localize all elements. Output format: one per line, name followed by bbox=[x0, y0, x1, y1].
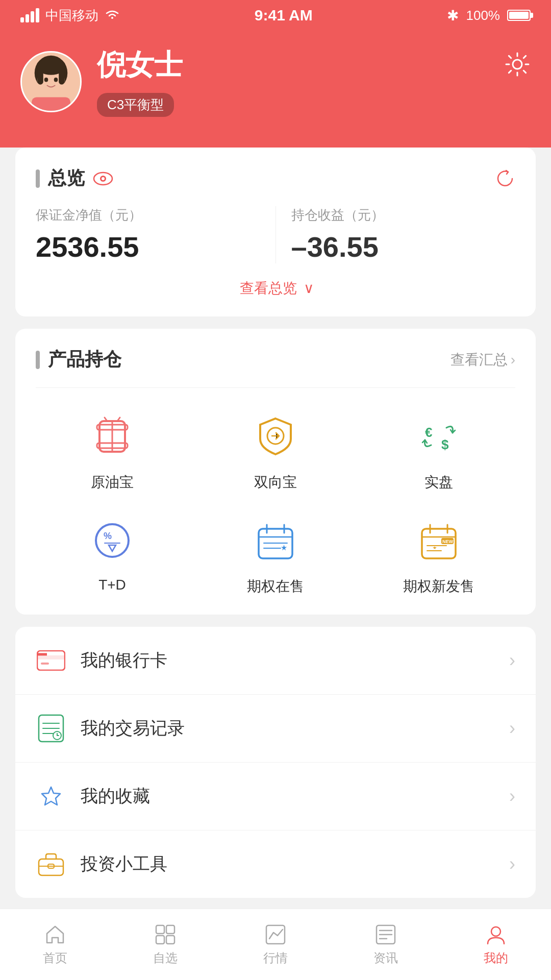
status-bar: 中国移动 9:41 AM ✱ 100% bbox=[0, 0, 551, 31]
signal-icon bbox=[20, 8, 39, 22]
battery-label: 100% bbox=[466, 8, 500, 23]
nav-market[interactable]: 行情 bbox=[220, 909, 331, 980]
options-sale-icon bbox=[247, 512, 304, 569]
overview-card: 总览 保证金净值（元） 2536.55 bbox=[15, 148, 536, 316]
svg-rect-4 bbox=[37, 67, 43, 84]
overview-header: 总览 bbox=[36, 166, 515, 191]
nav-mine-label: 我的 bbox=[484, 950, 508, 966]
battery-icon bbox=[507, 10, 531, 21]
refresh-button[interactable] bbox=[495, 168, 515, 189]
svg-point-6 bbox=[44, 77, 48, 82]
balance-label: 保证金净值（元） bbox=[36, 206, 260, 224]
section-indicator bbox=[36, 169, 40, 188]
product-options-new[interactable]: NEW 期权新发售 bbox=[362, 512, 515, 596]
svg-point-64 bbox=[491, 927, 500, 936]
favorites-item[interactable]: 我的收藏 › bbox=[15, 763, 536, 830]
user-level-badge: C3平衡型 bbox=[97, 93, 174, 117]
crude-oil-label: 原油宝 bbox=[91, 473, 134, 492]
svg-marker-32 bbox=[281, 545, 287, 550]
favorites-arrow: › bbox=[509, 786, 515, 807]
trade-records-label: 我的交易记录 bbox=[81, 717, 185, 740]
favorites-icon bbox=[36, 781, 66, 812]
user-info: 倪女士 C3平衡型 bbox=[20, 46, 183, 117]
nav-news[interactable]: 资讯 bbox=[331, 909, 441, 980]
status-time: 9:41 AM bbox=[255, 7, 313, 24]
live-market-label: 实盘 bbox=[424, 473, 453, 492]
status-right: ✱ 100% bbox=[447, 7, 531, 24]
svg-rect-55 bbox=[156, 925, 164, 934]
options-new-icon: NEW bbox=[411, 512, 467, 569]
product-live-market[interactable]: € $ 实盘 bbox=[362, 408, 515, 492]
favorites-label: 我的收藏 bbox=[81, 785, 150, 808]
overview-data: 保证金净值（元） 2536.55 持仓收益（元） –36.55 bbox=[36, 206, 515, 263]
section-indicator-2 bbox=[36, 351, 40, 369]
products-title-row: 产品持仓 bbox=[36, 347, 121, 372]
user-details: 倪女士 C3平衡型 bbox=[97, 46, 183, 117]
svg-point-9 bbox=[58, 84, 65, 90]
svg-rect-5 bbox=[59, 67, 64, 84]
svg-point-13 bbox=[102, 177, 105, 180]
visibility-toggle[interactable] bbox=[93, 172, 113, 186]
tools-left: 投资小工具 bbox=[36, 849, 167, 879]
bottom-nav: 首页 自选 行情 bbox=[0, 909, 551, 980]
profile-header: 倪女士 C3平衡型 bbox=[0, 31, 551, 148]
balance-col: 保证金净值（元） 2536.55 bbox=[36, 206, 260, 263]
bank-card-label: 我的银行卡 bbox=[81, 649, 167, 672]
profit-col: 持仓收益（元） –36.55 bbox=[291, 206, 516, 263]
bank-card-icon bbox=[36, 645, 66, 676]
nav-mine[interactable]: 我的 bbox=[441, 909, 551, 980]
products-grid: 原油宝 双向宝 € bbox=[36, 408, 515, 596]
svg-rect-58 bbox=[166, 936, 174, 944]
user-name: 倪女士 bbox=[97, 46, 183, 85]
products-title: 产品持仓 bbox=[48, 347, 121, 372]
nav-home[interactable]: 首页 bbox=[0, 909, 110, 980]
mine-icon bbox=[485, 923, 507, 946]
svg-text:%: % bbox=[104, 531, 112, 541]
balance-value: 2536.55 bbox=[36, 230, 260, 263]
settings-button[interactable] bbox=[504, 51, 531, 78]
product-td[interactable]: % T+D bbox=[36, 512, 189, 596]
options-new-label: 期权新发售 bbox=[403, 577, 474, 596]
carrier-label: 中国移动 bbox=[45, 7, 98, 24]
status-left: 中国移动 bbox=[20, 7, 120, 24]
svg-point-10 bbox=[513, 60, 522, 69]
live-market-icon: € $ bbox=[411, 408, 467, 464]
bank-card-left: 我的银行卡 bbox=[36, 645, 167, 676]
nav-watchlist-label: 自选 bbox=[153, 950, 178, 966]
profit-value: –36.55 bbox=[291, 230, 516, 263]
tools-item[interactable]: 投资小工具 › bbox=[15, 830, 536, 898]
svg-rect-8 bbox=[32, 97, 70, 112]
view-all-button[interactable]: 查看汇总 › bbox=[450, 350, 515, 370]
products-header: 产品持仓 查看汇总 › bbox=[36, 347, 515, 372]
bank-card-item[interactable]: 我的银行卡 › bbox=[15, 627, 536, 695]
nav-news-label: 资讯 bbox=[373, 950, 398, 966]
view-all-label: 查看汇总 bbox=[450, 350, 508, 370]
tools-icon bbox=[36, 849, 66, 879]
svg-rect-57 bbox=[156, 936, 164, 944]
profit-label: 持仓收益（元） bbox=[291, 206, 516, 224]
products-card: 产品持仓 查看汇总 › bbox=[15, 329, 536, 615]
svg-text:$: $ bbox=[441, 437, 449, 452]
chevron-down-icon: ∨ bbox=[304, 280, 314, 296]
product-options-sale[interactable]: 期权在售 bbox=[199, 512, 352, 596]
svg-point-7 bbox=[54, 77, 58, 82]
data-divider bbox=[276, 206, 276, 263]
menu-card: 我的银行卡 › 我的交易记录 bbox=[15, 627, 536, 898]
trade-records-item[interactable]: 我的交易记录 › bbox=[15, 695, 536, 763]
nav-watchlist[interactable]: 自选 bbox=[110, 909, 220, 980]
product-crude-oil[interactable]: 原油宝 bbox=[36, 408, 189, 492]
td-icon: % bbox=[84, 512, 140, 569]
trade-records-left: 我的交易记录 bbox=[36, 713, 185, 744]
products-divider bbox=[36, 387, 515, 388]
svg-text:NEW: NEW bbox=[442, 539, 454, 544]
svg-rect-56 bbox=[166, 925, 174, 934]
news-icon bbox=[374, 923, 397, 946]
home-icon bbox=[44, 923, 66, 946]
tools-arrow: › bbox=[509, 853, 515, 875]
product-dual-dir[interactable]: 双向宝 bbox=[199, 408, 352, 492]
watchlist-icon bbox=[154, 923, 177, 946]
dual-dir-icon bbox=[247, 408, 304, 464]
main-content: 总览 保证金净值（元） 2536.55 bbox=[0, 148, 551, 898]
crude-oil-icon bbox=[84, 408, 140, 464]
view-overview-button[interactable]: 查看总览 ∨ bbox=[36, 279, 515, 298]
